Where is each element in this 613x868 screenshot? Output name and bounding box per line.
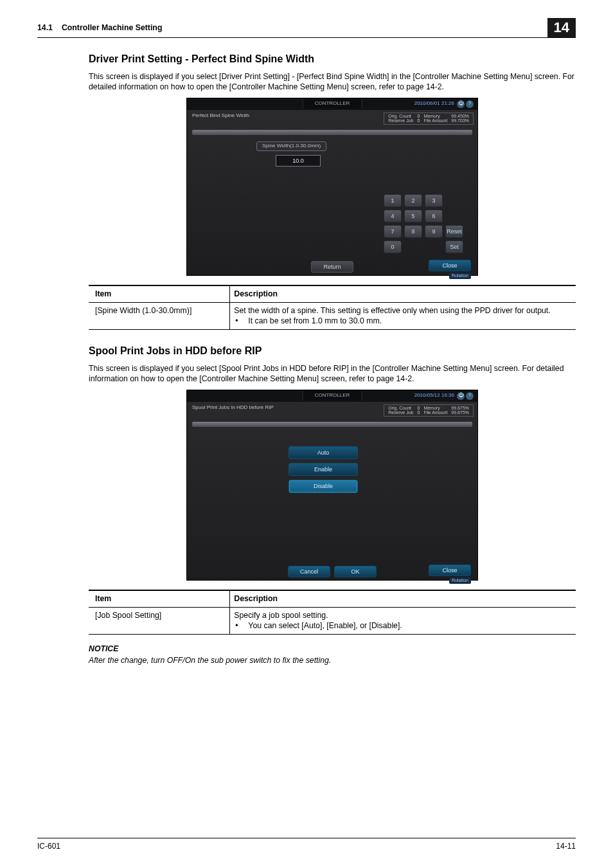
option-disable[interactable]: Disable [289,480,358,493]
key-0[interactable]: 0 [384,240,402,253]
panel1-tab[interactable]: CONTROLLER [303,99,362,109]
header-section-title: Controller Machine Setting [62,23,162,33]
section2-heading: Spool Print Jobs in HDD before RIP [89,344,576,358]
numeric-keypad: 1 2 3 4 5 6 7 8 9 Reset 0 [384,194,463,253]
help-icon[interactable]: ? [466,100,474,108]
return-button[interactable]: Return [311,261,353,273]
panel2-status: Orig. Count 0 Memory 99.875% Reserve Job… [384,404,474,417]
key-reset[interactable]: Reset [445,225,463,238]
notice-label: NOTICE [89,644,576,655]
cancel-button[interactable]: Cancel [288,566,330,577]
close-button-2[interactable]: Close [429,565,471,576]
key-set[interactable]: Set [445,240,463,253]
section2-table: Item Description [Job Spool Setting] Spe… [89,590,576,635]
power-icon[interactable]: ⏻ [457,392,465,400]
key-8[interactable]: 8 [404,225,422,238]
screenshot-spool-jobs: CONTROLLER 2010/05/12 16:36 ⏻ ? Spool Pr… [186,390,478,581]
panel1-status: Orig. Count 0 Memory 99.450% Reserve Job… [384,113,474,125]
panel2-title: Spool Print Jobs in HDD before RIP [192,404,274,417]
section1-heading: Driver Print Setting - Perfect Bind Spin… [89,52,576,66]
notice-text: After the change, turn OFF/On the sub po… [89,655,576,666]
section1-paragraph: This screen is displayed if you select [… [89,71,576,93]
key-4[interactable]: 4 [384,210,402,222]
option-enable[interactable]: Enable [289,463,358,476]
chapter-badge: 14 [547,18,576,37]
spine-width-value[interactable]: 10.0 [276,155,321,167]
panel2-timestamp: 2010/05/12 16:36 [414,392,454,399]
header-section-number: 14.1 [37,23,53,33]
key-3[interactable]: 3 [425,194,443,207]
power-icon[interactable]: ⏻ [457,100,465,108]
table-header-description: Description [230,285,576,302]
key-2[interactable]: 2 [404,194,422,207]
rotation-chip-2[interactable]: Rotation [449,577,471,583]
table2-header-description: Description [230,590,576,607]
key-7[interactable]: 7 [384,225,402,238]
key-5[interactable]: 5 [404,210,422,222]
panel1-toolbar [192,130,472,135]
panel2-toolbar [192,422,472,427]
ok-button[interactable]: OK [334,566,377,577]
rotation-chip[interactable]: Rotation [449,273,471,278]
option-auto[interactable]: Auto [289,446,358,459]
key-6[interactable]: 6 [425,210,443,222]
table2-row-item: [Job Spool Setting] [89,607,230,634]
key-1[interactable]: 1 [384,194,402,207]
close-button[interactable]: Close [429,260,471,271]
table2-row-description: Specify a job spool setting. •You can se… [230,607,576,634]
help-icon[interactable]: ? [466,392,474,400]
table-header-item: Item [89,285,230,302]
section1-table: Item Description [Spine Width (1.0-30.0m… [89,285,576,330]
panel1-title: Perfect Bind Spine Width [192,113,249,125]
table-row-description: Set the width of a spine. This setting i… [230,302,576,329]
table-row-item: [Spine Width (1.0-30.0mm)] [89,302,230,329]
footer-page: 14-11 [556,841,576,851]
panel2-tab[interactable]: CONTROLLER [303,391,362,401]
spine-width-label: Spine Width(1.0-30.0mm) [256,141,326,151]
key-9[interactable]: 9 [425,225,443,238]
footer-model: IC-601 [37,841,60,851]
table2-header-item: Item [89,590,230,607]
section2-paragraph: This screen is displayed if you select [… [89,363,576,384]
screenshot-perfect-bind: CONTROLLER 2010/06/01 21:26 ⏻ ? Perfect … [186,98,478,276]
panel1-timestamp: 2010/06/01 21:26 [414,100,454,107]
